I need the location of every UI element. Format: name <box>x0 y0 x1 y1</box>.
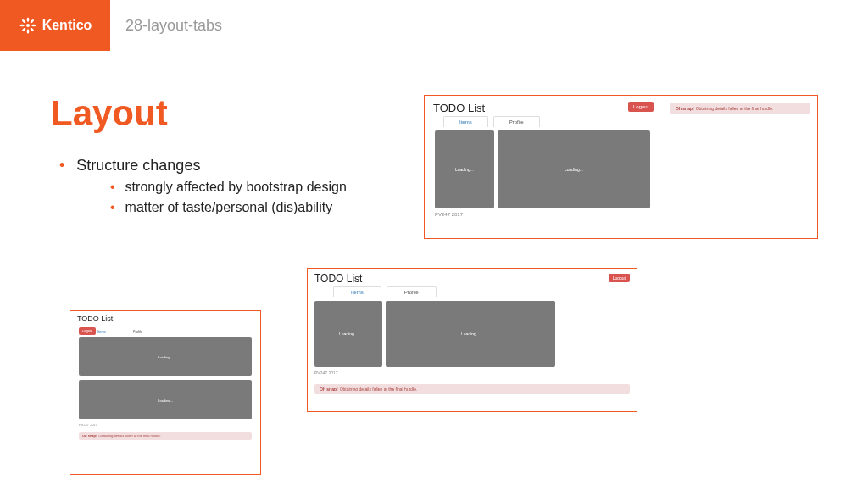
svg-point-7 <box>19 25 25 27</box>
mock-footer: PV247 2017 <box>425 208 817 220</box>
brand-text: Kentico <box>42 18 92 33</box>
header: Kentico 28-layout-tabs <box>0 0 868 51</box>
loading-panel: Loading... <box>435 130 494 208</box>
slide-tab-name: 28-layout-tabs <box>125 17 222 35</box>
svg-point-6 <box>21 27 26 32</box>
loading-panel: Loading... <box>79 337 252 376</box>
tab-bar: Items Profile <box>425 116 817 130</box>
footer-year: 2017 <box>90 423 97 427</box>
alert-strong: Oh snap! <box>82 434 97 438</box>
content-panels: Loading... Loading... <box>70 337 260 419</box>
footer-course: PV247 <box>435 212 450 217</box>
loading-panel: Loading... <box>79 380 252 419</box>
alert-strong: Oh snap! <box>320 386 338 391</box>
layout-mockup-wide: TODO List Logout Oh snap! Obtaining deta… <box>424 95 818 239</box>
bullet-level1: Structure changes <box>59 157 347 175</box>
tab-items[interactable]: Items <box>94 329 109 335</box>
svg-point-2 <box>30 19 35 24</box>
bullet-level2: matter of taste/personal (dis)ability <box>110 200 347 215</box>
kentico-flower-icon <box>19 16 37 35</box>
loading-panel: Loading... <box>498 130 650 208</box>
footer-year: 2017 <box>452 212 463 217</box>
tab-items[interactable]: Items <box>333 286 381 297</box>
mock-app-title: TODO List <box>70 311 260 324</box>
footer-course: PV247 <box>314 370 327 375</box>
content-panels: Loading... Loading... <box>425 130 817 208</box>
bullet-level2: strongly affected by bootstrap design <box>110 180 347 195</box>
kentico-logo: Kentico <box>0 0 110 51</box>
footer-year: 2017 <box>328 370 337 375</box>
tab-items[interactable]: Items <box>443 116 488 127</box>
mock-footer: PV247 2017 <box>308 367 637 379</box>
logout-button[interactable]: Logout <box>628 102 654 112</box>
alert-banner: Oh snap! Obtaining details fallen at the… <box>314 384 630 394</box>
alert-banner: Oh snap! Obtaining details fallen at the… <box>670 103 810 114</box>
tab-bar: Items Profile <box>70 324 260 337</box>
logout-button[interactable]: Logout <box>79 327 96 335</box>
tab-profile[interactable]: Profile <box>493 116 540 127</box>
svg-point-4 <box>30 27 35 32</box>
slide-title: Layout <box>51 93 168 134</box>
svg-point-5 <box>26 29 29 34</box>
mock-footer: PV247 2017 <box>70 419 260 430</box>
alert-text: Obtaining details fallen at the final hu… <box>98 434 160 438</box>
tab-profile[interactable]: Profile <box>387 286 437 297</box>
tab-bar: Items Profile <box>308 286 637 301</box>
alert-text: Obtaining details fallen at the final hu… <box>340 386 418 391</box>
layout-mockup-narrow: TODO List Logout Items Profile Loading..… <box>70 310 261 475</box>
svg-point-8 <box>21 19 26 24</box>
mock-app-title: TODO List <box>308 269 637 286</box>
alert-banner: Oh snap! Obtaining details fallen at the… <box>79 432 252 440</box>
layout-mockup-medium: TODO List Logout Items Profile Loading..… <box>307 268 637 412</box>
tab-profile[interactable]: Profile <box>130 329 146 335</box>
svg-point-0 <box>26 24 30 27</box>
bullet-list: Structure changes strongly affected by b… <box>59 157 347 215</box>
alert-text: Obtaining details fallen at the final hu… <box>696 106 774 111</box>
loading-panel: Loading... <box>386 301 555 367</box>
logout-button[interactable]: Logout <box>609 274 630 282</box>
loading-panel: Loading... <box>314 301 382 367</box>
svg-point-1 <box>26 17 29 22</box>
alert-strong: Oh snap! <box>676 106 694 111</box>
svg-point-3 <box>31 25 36 27</box>
content-panels: Loading... Loading... <box>308 301 637 367</box>
footer-course: PV247 <box>79 423 89 427</box>
